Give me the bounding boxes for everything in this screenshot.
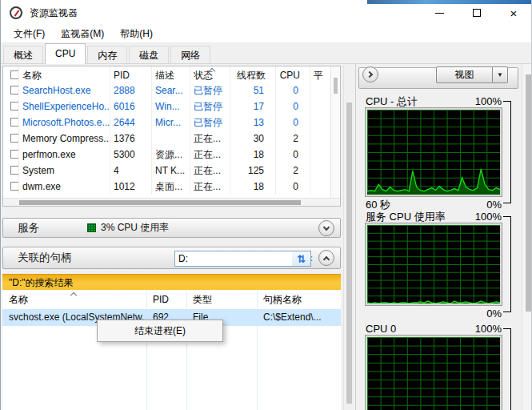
menubar: 文件(F) 监视器(M) 帮助(H) — [1, 26, 532, 43]
chevron-up-icon — [323, 256, 330, 263]
process-threads: 30 — [230, 131, 276, 147]
graphs-panel-scrollbar[interactable] — [522, 64, 532, 410]
handles-col-handle[interactable]: 句柄名称 — [263, 290, 302, 309]
process-threads: 18 — [230, 147, 276, 163]
search-refresh-button[interactable]: ⇅ — [292, 251, 311, 267]
tab-memory[interactable]: 内存 — [87, 46, 127, 63]
process-desc: Win... — [152, 98, 190, 115]
row-checkbox[interactable] — [10, 182, 19, 191]
col-header-cpu[interactable]: CPU — [276, 66, 310, 84]
services-section-header[interactable]: 服务 3% CPU 使用率 — [2, 218, 341, 238]
process-status: 正在... — [190, 147, 230, 163]
graph-canvas — [366, 336, 502, 410]
process-table-horizontal-scrollbar[interactable] — [3, 198, 340, 206]
col-header-desc[interactable]: 描述 — [152, 66, 190, 84]
minimize-icon — [435, 13, 444, 14]
resource-monitor-window: 资源监视器 × 文件(F) 监视器(M) 帮助(H) 概述 CPU 内存 磁盘 … — [0, 0, 532, 410]
process-desc: 桌面... — [152, 179, 190, 195]
chevron-right-icon — [366, 71, 373, 78]
process-cpu: 0 — [276, 98, 310, 115]
row-checkbox[interactable] — [10, 118, 19, 127]
maximize-button[interactable] — [460, 1, 494, 25]
handles-col-type[interactable]: 类型 — [193, 290, 212, 309]
process-threads: 125 — [230, 163, 276, 179]
menu-monitor[interactable]: 监视器(M) — [53, 26, 112, 42]
tab-strip: 概述 CPU 内存 磁盘 网络 — [1, 43, 532, 64]
graph-ymin: 0% — [486, 308, 502, 320]
graph-title: CPU 0 — [366, 323, 396, 335]
process-status: 已暂停 — [190, 82, 230, 98]
col-header-avg[interactable]: 平 — [310, 66, 330, 84]
sort-indicator-name — [70, 292, 77, 299]
menu-file[interactable]: 文件(F) — [6, 26, 53, 42]
handles-collapse-button[interactable] — [318, 250, 334, 266]
process-name[interactable]: SearchHost.exe — [19, 82, 110, 98]
process-desc: Sear... — [152, 82, 190, 98]
tab-network[interactable]: 网络 — [170, 46, 210, 63]
left-pane-scrollbar[interactable] — [343, 66, 354, 410]
process-pid: 2644 — [110, 115, 152, 131]
process-pid: 1376 — [110, 131, 152, 147]
graph-canvas — [366, 108, 502, 196]
row-checkbox[interactable] — [10, 102, 19, 111]
search-results-banner: "D:"的搜索结果 — [2, 274, 341, 290]
process-threads: 17 — [230, 98, 276, 115]
main-area: 名称 PID 描述 状态 线程数 CPU 平 SearchHost.exe 28… — [1, 64, 532, 410]
process-table-vertical-scrollbar[interactable] — [330, 66, 340, 198]
process-cpu: 0 — [276, 115, 310, 131]
process-cpu: 0 — [276, 82, 310, 98]
view-dropdown-button[interactable]: ▼ — [493, 66, 508, 83]
search-input[interactable] — [175, 253, 302, 264]
panel-collapse-button[interactable] — [362, 66, 378, 82]
row-checkbox[interactable] — [10, 86, 19, 94]
graph-cpu0: CPU 0 100% — [356, 323, 522, 410]
row-checkbox[interactable] — [10, 166, 19, 175]
process-status: 已暂停 — [190, 98, 230, 115]
process-desc: NT K... — [152, 163, 190, 179]
col-header-name[interactable]: 名称 — [19, 66, 110, 84]
col-header-threads[interactable]: 线程数 — [230, 66, 276, 84]
process-name[interactable]: System — [19, 163, 110, 179]
select-all-checkbox[interactable] — [10, 70, 19, 79]
row-checkbox[interactable] — [10, 150, 19, 159]
graphs-panel: 视图 ▼ CPU - 总计 100% 60 秒 0% 服务 CPU 使用率 1 — [355, 64, 521, 410]
graph-scale-bracket — [503, 216, 511, 312]
tab-cpu[interactable]: CPU — [45, 43, 86, 64]
minimize-button[interactable] — [422, 1, 456, 25]
process-name[interactable]: dwm.exe — [19, 179, 110, 195]
view-button[interactable]: 视图 — [436, 66, 493, 83]
tab-overview[interactable]: 概述 — [3, 46, 43, 63]
process-status: 已暂停 — [190, 115, 230, 131]
process-pid: 6016 — [110, 98, 152, 115]
tab-disk[interactable]: 磁盘 — [129, 46, 169, 63]
row-checkbox[interactable] — [10, 134, 19, 143]
process-threads: 13 — [230, 115, 276, 131]
process-desc — [152, 131, 190, 147]
resource-monitor-icon — [10, 6, 22, 19]
graph-scale-bracket — [503, 101, 511, 203]
close-button[interactable]: × — [497, 1, 530, 25]
handles-col-pid[interactable]: PID — [153, 290, 169, 309]
graph-ymax: 100% — [475, 323, 502, 335]
handles-title: 关联的句柄 — [18, 251, 72, 265]
col-header-pid[interactable]: PID — [110, 66, 152, 84]
refresh-icon: ⇅ — [297, 253, 306, 265]
handles-section-header[interactable]: 关联的句柄 × ⇅ — [2, 247, 341, 269]
graph-services-cpu: 服务 CPU 使用率 100% 0% — [356, 211, 522, 320]
menu-item-end-process[interactable]: 结束进程(E) — [134, 324, 186, 338]
graph-title: CPU - 总计 — [366, 95, 418, 107]
handles-col-name[interactable]: 名称 — [9, 290, 28, 309]
context-menu: 结束进程(E) — [97, 320, 223, 342]
process-name[interactable]: Microsoft.Photos.e... — [19, 115, 110, 131]
graph-canvas — [366, 223, 502, 305]
process-threads: 18 — [230, 179, 276, 195]
maximize-icon — [473, 9, 481, 17]
col-header-status[interactable]: 状态 — [190, 66, 230, 84]
process-name[interactable]: Memory Compress... — [19, 131, 110, 147]
services-expand-button[interactable] — [318, 220, 334, 236]
window-title: 资源监视器 — [30, 0, 78, 26]
process-name[interactable]: perfmon.exe — [19, 147, 110, 163]
process-name[interactable]: ShellExperienceHo... — [19, 98, 110, 115]
process-pid: 1012 — [110, 179, 152, 195]
menu-help[interactable]: 帮助(H) — [112, 26, 161, 42]
